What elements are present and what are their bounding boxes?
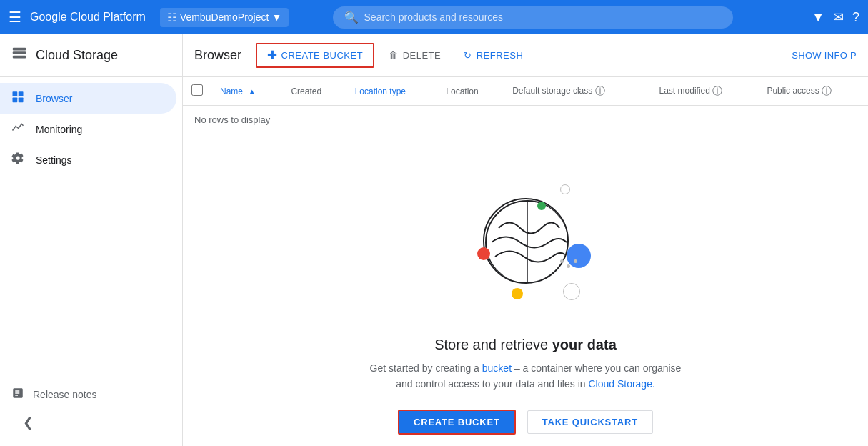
location-type-label: Location type <box>355 86 406 96</box>
empty-create-label: CREATE BUCKET <box>414 417 500 427</box>
sidebar-item-settings[interactable]: Settings <box>0 144 176 175</box>
location-label: Location <box>446 86 478 96</box>
svg-rect-4 <box>19 91 24 96</box>
take-quickstart-button[interactable]: TAKE QUICKSTART <box>527 410 653 434</box>
svg-rect-5 <box>13 98 18 103</box>
bucket-link[interactable]: bucket <box>482 362 512 374</box>
last-modified-label: Last modified <box>659 86 710 96</box>
svg-rect-1 <box>13 51 26 54</box>
svg-rect-6 <box>19 98 24 103</box>
main-toolbar: Browser ✚ CREATE BUCKET 🗑 DELETE ↻ REFRE… <box>183 34 868 77</box>
red-dot <box>477 247 490 260</box>
location-type-column-header[interactable]: Location type <box>346 77 438 106</box>
small-grey-dot-1 <box>560 259 564 263</box>
refresh-icon: ↻ <box>464 50 472 61</box>
breadcrumb-title: Browser <box>194 48 241 63</box>
illustration <box>440 162 612 319</box>
yellow-dot <box>512 288 523 299</box>
bucket-table-area: Name ▲ Created Location type Location <box>183 77 868 446</box>
project-dropdown-icon: ▼ <box>271 11 281 23</box>
table-body: No rows to display <box>183 106 868 134</box>
empty-title-prefix: Store and retrieve <box>434 337 552 352</box>
outline-dot-bottom <box>563 283 580 300</box>
release-notes-icon <box>11 387 24 402</box>
show-info-button[interactable]: SHOW INFO P <box>792 50 857 61</box>
search-bar[interactable]: 🔍 <box>333 6 733 29</box>
sidebar-footer: Release notes ❮ <box>0 372 182 446</box>
delete-button[interactable]: 🗑 DELETE <box>380 46 449 65</box>
location-column-header: Location <box>437 77 504 106</box>
brand-label: Google Cloud Platform <box>30 11 146 24</box>
hamburger-menu-icon[interactable]: ☰ <box>9 9 21 26</box>
storage-class-label: Default storage class <box>512 86 592 96</box>
blue-dot <box>567 244 591 268</box>
topbar: ☰ Google Cloud Platform ☷ VembuDemoProje… <box>0 0 868 34</box>
empty-title-bold: your data <box>552 337 617 352</box>
monitoring-label: Monitoring <box>36 124 82 135</box>
sidebar-nav: Browser Monitoring Settings <box>0 77 182 372</box>
browser-icon <box>11 90 24 106</box>
main-content: Browser ✚ CREATE BUCKET 🗑 DELETE ↻ REFRE… <box>183 34 868 446</box>
topbar-right: ▼ ✉ ? <box>812 9 859 25</box>
settings-label: Settings <box>36 154 72 166</box>
select-all-column <box>183 77 211 106</box>
refresh-button[interactable]: ↻ REFRESH <box>455 46 532 65</box>
storage-class-help-icon[interactable]: ⓘ <box>595 85 605 96</box>
empty-state-description: Get started by creating a bucket – a con… <box>369 360 683 392</box>
release-notes-label: Release notes <box>33 389 97 400</box>
empty-state: Store and retrieve your data Get started… <box>183 134 868 446</box>
search-input[interactable] <box>364 11 722 23</box>
refresh-label: REFRESH <box>477 50 524 61</box>
storage-class-column-header: Default storage class ⓘ <box>504 77 650 106</box>
monitoring-icon <box>11 121 24 137</box>
last-modified-help-icon[interactable]: ⓘ <box>712 85 722 96</box>
delete-icon: 🗑 <box>389 50 399 61</box>
public-access-help-icon[interactable]: ⓘ <box>822 85 832 96</box>
small-grey-dot-2 <box>567 264 570 268</box>
sidebar-item-browser[interactable]: Browser <box>0 83 176 114</box>
release-notes-item[interactable]: Release notes <box>11 381 171 407</box>
collapse-icon: ❮ <box>23 415 34 430</box>
created-column-header: Created <box>282 77 346 106</box>
collapse-sidebar-button[interactable]: ❮ <box>11 407 171 437</box>
no-rows-message: No rows to display <box>183 106 868 134</box>
cloud-storage-link[interactable]: Cloud Storage. <box>588 378 654 390</box>
project-selector[interactable]: ☷ VembuDemoProject ▼ <box>160 8 289 27</box>
svg-rect-0 <box>13 48 26 51</box>
sidebar-item-monitoring[interactable]: Monitoring <box>0 114 176 144</box>
browser-label: Browser <box>36 93 72 104</box>
sidebar-header: Cloud Storage <box>0 34 182 77</box>
empty-state-actions: CREATE BUCKET TAKE QUICKSTART <box>398 410 653 435</box>
public-access-label: Public access <box>767 86 819 96</box>
bucket-table: Name ▲ Created Location type Location <box>183 77 868 134</box>
project-name: VembuDemoProject <box>180 11 269 23</box>
select-all-checkbox[interactable] <box>191 84 203 96</box>
show-info-label: SHOW INFO P <box>792 50 857 61</box>
table-header: Name ▲ Created Location type Location <box>183 77 868 106</box>
no-rows-row: No rows to display <box>183 106 868 134</box>
help-icon[interactable]: ? <box>852 10 859 25</box>
sidebar: Cloud Storage Browser Monitoring Setting… <box>0 34 183 446</box>
public-access-column-header: Public access ⓘ <box>758 77 868 106</box>
outline-dot-top <box>560 184 570 194</box>
notifications-icon[interactable]: ✉ <box>833 9 844 25</box>
empty-state-title: Store and retrieve your data <box>434 337 617 353</box>
create-bucket-label: CREATE BUCKET <box>281 50 364 61</box>
globe-icon <box>483 198 569 284</box>
name-column-header[interactable]: Name ▲ <box>211 77 282 106</box>
sort-arrow-icon: ▲ <box>248 87 256 96</box>
quickstart-label: TAKE QUICKSTART <box>542 417 638 427</box>
svg-rect-3 <box>13 91 18 96</box>
svg-rect-2 <box>13 56 26 59</box>
plus-icon: ✚ <box>267 49 277 62</box>
delete-label: DELETE <box>403 50 442 61</box>
cloud-storage-icon <box>11 46 27 65</box>
empty-create-bucket-button[interactable]: CREATE BUCKET <box>398 410 516 435</box>
sidebar-title: Cloud Storage <box>36 48 118 63</box>
layout: Cloud Storage Browser Monitoring Setting… <box>0 34 868 446</box>
last-modified-column-header: Last modified ⓘ <box>651 77 759 106</box>
search-icon: 🔍 <box>344 11 359 24</box>
topbar-dropdown-icon[interactable]: ▼ <box>812 10 824 25</box>
settings-icon <box>11 152 24 168</box>
create-bucket-button[interactable]: ✚ CREATE BUCKET <box>256 43 374 68</box>
